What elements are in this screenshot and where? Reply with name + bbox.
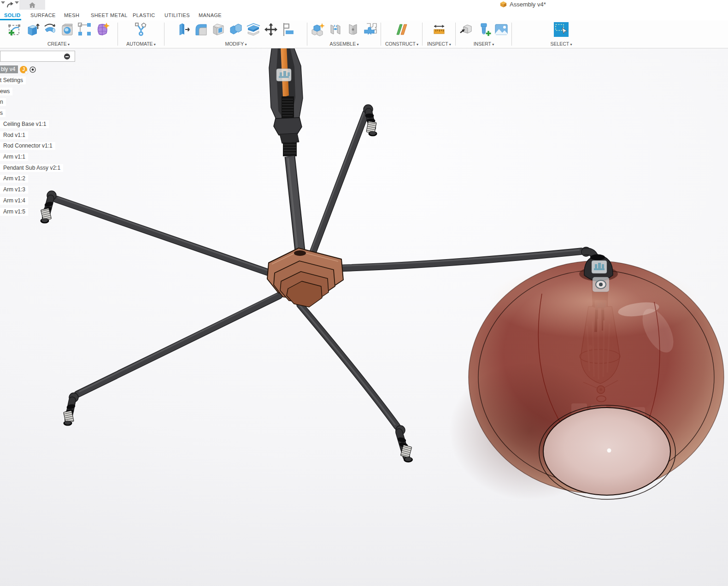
insert-fastener-icon[interactable] bbox=[476, 22, 492, 37]
measure-icon[interactable] bbox=[431, 22, 447, 37]
tab-utilities[interactable]: UTILITIES bbox=[164, 12, 190, 18]
browser-item-label: bly v4 bbox=[0, 65, 18, 73]
tab-plastic[interactable]: PLASTIC bbox=[133, 12, 155, 18]
offset-face-icon[interactable] bbox=[246, 22, 261, 37]
joint-icon[interactable] bbox=[328, 22, 343, 37]
collaborator-badge: J bbox=[20, 66, 27, 73]
extrude-icon[interactable] bbox=[24, 22, 40, 37]
browser-item-label: Arm v1:2 bbox=[0, 175, 28, 183]
combine-icon[interactable] bbox=[228, 22, 244, 37]
browser-item-label: Arm v1:1 bbox=[0, 153, 28, 161]
arm-to-pendant[interactable] bbox=[333, 247, 596, 268]
joint-origin-badge[interactable] bbox=[593, 277, 609, 292]
group-separator bbox=[117, 23, 118, 46]
undo-caret-icon[interactable] bbox=[1, 1, 5, 4]
group-label-assemble[interactable]: ASSEMBLE bbox=[309, 41, 380, 47]
browser-item-label: Arm v1:3 bbox=[0, 186, 28, 194]
arm-bottom-center[interactable] bbox=[298, 303, 413, 462]
create-form-icon[interactable] bbox=[94, 22, 110, 37]
group-label-insert[interactable]: INSERT bbox=[457, 41, 511, 47]
align-icon[interactable] bbox=[281, 22, 296, 37]
construct-plane-icon[interactable] bbox=[394, 22, 410, 37]
automate-icon[interactable] bbox=[133, 22, 149, 37]
select-tool-icon[interactable] bbox=[553, 22, 569, 37]
fillet-icon[interactable] bbox=[193, 22, 209, 37]
group-label-automate[interactable]: AUTOMATE bbox=[119, 41, 163, 47]
group-label-modify[interactable]: MODIFY bbox=[166, 41, 306, 47]
browser-item[interactable]: Pendant Sub Assy v2:1 bbox=[0, 164, 63, 172]
browser-item[interactable]: Rod Connector v1:1 bbox=[0, 142, 55, 150]
shell-icon[interactable] bbox=[211, 22, 226, 37]
browser-item-label: t Settings bbox=[0, 77, 26, 84]
browser-item-label: Rod Connector v1:1 bbox=[0, 142, 55, 150]
home-icon bbox=[29, 2, 36, 8]
tab-mesh[interactable]: MESH bbox=[64, 12, 79, 18]
viewport-canvas[interactable]: bly v4 J t Settings ews n s Ceiling Base… bbox=[0, 48, 728, 586]
browser-item-label: ews bbox=[0, 88, 12, 95]
browser-item[interactable]: s bbox=[0, 109, 6, 117]
tab-sheet-metal[interactable]: SHEET METAL bbox=[91, 12, 128, 18]
group-label-select[interactable]: SELECT bbox=[544, 41, 579, 47]
browser-item[interactable]: Ceiling Base v1:1 bbox=[0, 120, 49, 128]
browser-item[interactable]: Arm v1:4 bbox=[0, 197, 28, 205]
browser-item[interactable]: n bbox=[0, 98, 6, 106]
group-assemble: ASSEMBLE bbox=[309, 20, 380, 48]
browser-item-label: n bbox=[0, 98, 6, 106]
browser-collapse-icon[interactable] bbox=[64, 53, 70, 59]
browser-item-label: Arm v1:4 bbox=[0, 197, 28, 205]
press-pull-icon[interactable] bbox=[176, 22, 191, 37]
group-separator bbox=[455, 23, 456, 46]
group-label-construct[interactable]: CONSTRUCT bbox=[382, 41, 421, 47]
insert-canvas-icon[interactable] bbox=[493, 22, 509, 37]
group-label-create[interactable]: CREATE bbox=[1, 41, 116, 47]
interference-icon[interactable] bbox=[363, 22, 378, 37]
browser-item[interactable]: t Settings bbox=[0, 77, 26, 84]
group-separator bbox=[381, 23, 381, 46]
browser-item[interactable]: Arm v1:2 bbox=[0, 175, 28, 183]
browser-item-label: Pendant Sub Assy v2:1 bbox=[0, 164, 63, 172]
arm-top-right[interactable] bbox=[307, 105, 377, 263]
ribbon-tabs: SOLID SURFACE MESH SHEET METAL PLASTIC U… bbox=[0, 10, 728, 20]
tab-surface[interactable]: SURFACE bbox=[30, 12, 56, 18]
joint-badge[interactable] bbox=[276, 69, 291, 81]
group-label-inspect[interactable]: INSPECT bbox=[424, 41, 454, 47]
document-title-text: Assembly v4* bbox=[510, 1, 546, 8]
group-modify: MODIFY bbox=[166, 20, 306, 48]
group-separator bbox=[307, 23, 307, 46]
browser-item[interactable]: Arm v1:5 bbox=[0, 208, 28, 216]
group-separator bbox=[422, 23, 423, 46]
derive-icon[interactable] bbox=[458, 22, 474, 37]
create-sketch-icon[interactable] bbox=[7, 22, 23, 37]
browser-item[interactable]: ews bbox=[0, 88, 12, 95]
browser-item[interactable]: Arm v1:3 bbox=[0, 186, 28, 194]
new-component-icon[interactable] bbox=[310, 22, 326, 37]
group-automate: AUTOMATE bbox=[119, 20, 163, 48]
file-home-button[interactable] bbox=[19, 0, 45, 10]
revolve-icon[interactable] bbox=[42, 22, 58, 37]
rod-turnbuckle[interactable] bbox=[269, 48, 303, 255]
group-separator bbox=[511, 23, 512, 46]
as-built-joint-icon[interactable] bbox=[345, 22, 361, 37]
hole-icon[interactable] bbox=[59, 22, 75, 37]
pattern-icon[interactable] bbox=[77, 22, 93, 37]
browser-item-label: Ceiling Base v1:1 bbox=[0, 120, 49, 128]
joint-badge[interactable] bbox=[592, 260, 607, 273]
arm-bottom-left[interactable] bbox=[64, 293, 280, 426]
fusion-window: Assembly v4* SOLID SURFACE MESH SHEET ME… bbox=[0, 0, 728, 586]
group-insert: INSERT bbox=[457, 20, 511, 48]
pendant-globe[interactable] bbox=[449, 261, 724, 500]
browser-item[interactable]: Rod v1:1 bbox=[0, 131, 28, 139]
specular-dot bbox=[607, 449, 611, 453]
document-cube-icon bbox=[500, 1, 507, 8]
redo-caret-icon[interactable] bbox=[15, 1, 19, 4]
tab-manage[interactable]: MANAGE bbox=[199, 12, 222, 18]
browser-panel: bly v4 J t Settings ews n s Ceiling Base… bbox=[0, 51, 129, 226]
browser-item[interactable]: bly v4 J bbox=[0, 65, 36, 73]
tab-solid[interactable]: SOLID bbox=[4, 12, 21, 18]
ribbon: CREATE AUTOMATE MODIFY bbox=[0, 20, 728, 48]
activate-component-icon[interactable] bbox=[29, 66, 36, 73]
group-separator bbox=[164, 23, 164, 46]
redo-icon[interactable] bbox=[6, 1, 14, 8]
move-copy-icon[interactable] bbox=[263, 22, 279, 37]
browser-item[interactable]: Arm v1:1 bbox=[0, 153, 28, 161]
